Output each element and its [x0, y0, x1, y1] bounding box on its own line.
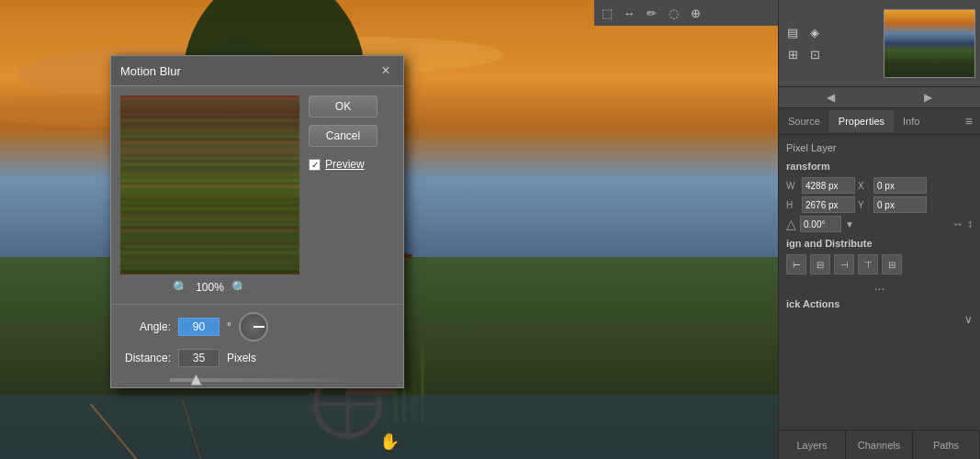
angle-dial[interactable] [239, 312, 268, 341]
angle-row: Angle: ° [120, 312, 394, 341]
slider-thumb [191, 375, 202, 386]
zoom-percent: 100% [196, 281, 224, 294]
tab-source[interactable]: Source [779, 110, 829, 132]
rotation-input[interactable] [800, 216, 841, 232]
tool2-icon[interactable]: ⊕ [686, 4, 704, 22]
transform-icon[interactable]: ↔ [620, 4, 638, 22]
distance-label: Distance: [120, 352, 171, 364]
icon-1[interactable]: ▤ [783, 23, 802, 41]
document-thumbnail [884, 9, 975, 78]
dialog-body: 🔍 100% 🔍 OK Cancel ✓ Preview [111, 86, 403, 304]
align-top-btn[interactable]: ⊤ [858, 254, 878, 274]
properties-content: Pixel Layer ransform W X H Y △ ▼ ↔ ↕ ign… [779, 135, 980, 430]
angle-label: Angle: [120, 320, 171, 333]
panel-menu-icon[interactable]: ≡ [958, 108, 980, 134]
pixel-layer-label: Pixel Layer [786, 142, 973, 153]
flip-v-icon[interactable]: ↕ [967, 218, 973, 230]
canvas-area: ⬚ ↔ ✏ ◌ ⊕ ✋ Motion Blur × 🔍 [0, 0, 778, 459]
dial-needle [253, 326, 265, 328]
angle-icon: △ [786, 217, 796, 231]
degree-symbol: ° [227, 320, 231, 333]
canvas-toolbar: ⬚ ↔ ✏ ◌ ⊕ [594, 0, 778, 26]
tab-layers[interactable]: Layers [779, 431, 846, 459]
motion-blur-dialog: Motion Blur × 🔍 100% 🔍 OK [110, 55, 404, 388]
distance-slider[interactable] [170, 378, 344, 382]
quick-actions-collapse[interactable]: ∨ [786, 313, 973, 326]
tab-channels[interactable]: Channels [846, 431, 913, 459]
tab-info[interactable]: Info [894, 110, 929, 132]
preview-canvas [120, 95, 299, 274]
preview-checkbox[interactable]: ✓ [309, 159, 321, 171]
align-right-btn[interactable]: ⊣ [834, 254, 854, 274]
dialog-controls: OK Cancel ✓ Preview [309, 95, 394, 295]
align-left-btn[interactable]: ⊢ [786, 254, 806, 274]
bottom-tabs: Layers Channels Paths [779, 430, 980, 459]
quick-actions-title: ick Actions [786, 298, 973, 309]
h-label: H [786, 200, 799, 210]
icon-4[interactable]: ⊡ [805, 45, 824, 63]
lasso-icon[interactable]: ◌ [664, 4, 682, 22]
brush-icon[interactable]: ✏ [642, 4, 660, 22]
slider-row [111, 375, 403, 387]
icon-3[interactable]: ⊞ [783, 45, 802, 63]
preview-label[interactable]: Preview [325, 158, 365, 171]
transform-h-row: H Y [786, 196, 973, 213]
y-input[interactable] [873, 196, 927, 213]
angle-distance-section: Angle: ° Distance: Pixels [111, 304, 403, 375]
y-label: Y [858, 200, 871, 210]
scroll-right-icon[interactable]: ▶ [924, 91, 932, 104]
cancel-button[interactable]: Cancel [309, 125, 377, 147]
distance-row: Distance: Pixels [120, 349, 394, 367]
transform-angle-row: △ ▼ ↔ ↕ [786, 216, 973, 232]
align-center-btn[interactable]: ⊟ [810, 254, 830, 274]
flip-h-icon[interactable]: ↔ [952, 218, 963, 230]
x-input[interactable] [873, 177, 927, 194]
tab-paths[interactable]: Paths [913, 431, 980, 459]
transform-section-title: ransform [786, 161, 973, 172]
zoom-in-icon[interactable]: 🔍 [231, 280, 247, 295]
tab-properties[interactable]: Properties [829, 110, 894, 132]
icon-2[interactable]: ◈ [805, 23, 824, 41]
select-icon[interactable]: ⬚ [598, 4, 616, 22]
w-label: W [786, 181, 799, 191]
pixels-label: Pixels [227, 352, 256, 364]
width-input[interactable] [802, 177, 855, 194]
properties-tabs: Source Properties Info ≡ [779, 108, 980, 135]
height-input[interactable] [802, 196, 855, 213]
align-middle-btn[interactable]: ⊟ [882, 254, 902, 274]
angle-input[interactable] [178, 318, 220, 336]
hand-tool-icon[interactable]: ✋ [379, 431, 400, 452]
distance-input[interactable] [178, 349, 220, 367]
thumbnail-image [884, 10, 974, 77]
dialog-preview: 🔍 100% 🔍 [120, 95, 299, 295]
align-section-title: ign and Distribute [786, 238, 973, 249]
zoom-out-icon[interactable]: 🔍 [173, 280, 188, 295]
dialog-titlebar: Motion Blur × [111, 56, 403, 86]
dialog-title: Motion Blur [120, 64, 181, 78]
dialog-close-button[interactable]: × [377, 62, 394, 79]
right-panel: ▤ ◈ ⊞ ⊡ ◀ ▶ Source Properties Info ≡ Pix… [778, 0, 980, 459]
transform-w-row: W X [786, 177, 973, 194]
thumbnail-area: ▤ ◈ ⊞ ⊡ [779, 0, 980, 87]
x-label: X [858, 181, 871, 191]
ok-button[interactable]: OK [309, 95, 377, 118]
preview-check-row: ✓ Preview [309, 158, 394, 171]
more-options-btn[interactable]: ... [786, 278, 973, 293]
scroll-left-icon[interactable]: ◀ [827, 91, 835, 104]
zoom-bar: 🔍 100% 🔍 [120, 280, 299, 295]
dropdown-icon[interactable]: ▼ [845, 219, 854, 230]
align-buttons: ⊢ ⊟ ⊣ ⊤ ⊟ [786, 254, 973, 274]
